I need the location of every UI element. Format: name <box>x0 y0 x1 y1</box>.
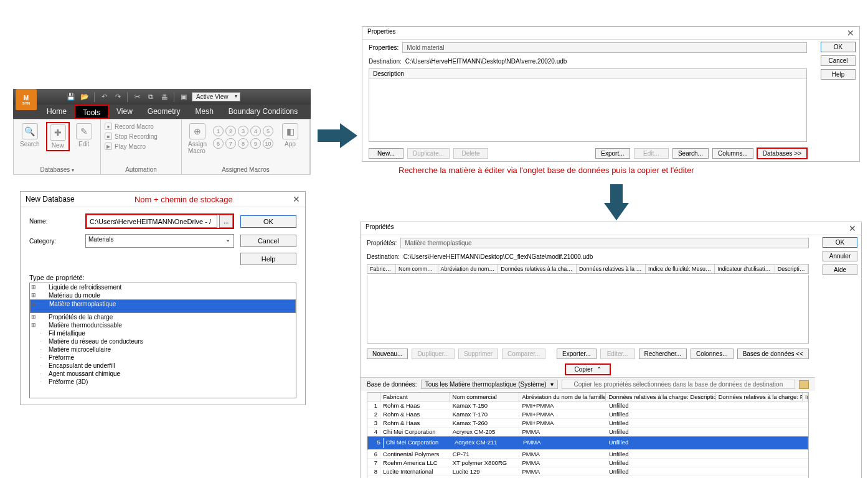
open-icon[interactable]: 📂 <box>79 91 90 103</box>
db-search-button[interactable]: 🔍Search <box>17 122 42 149</box>
databases-group-label[interactable]: Databases <box>40 166 73 173</box>
column-header[interactable]: Indice de fluidité: Mesure (g/10min) <box>646 265 715 273</box>
cancel-button[interactable]: Cancel <box>240 235 296 247</box>
properties-field[interactable]: Matière thermoplastique <box>400 238 809 248</box>
macro-slot-7[interactable]: 7 <box>225 138 236 149</box>
redo-icon[interactable]: ↷ <box>112 91 123 103</box>
app-button[interactable]: ◧App <box>280 122 301 149</box>
tab-view[interactable]: View <box>109 105 140 119</box>
tab-mesh[interactable]: Mesh <box>188 105 221 119</box>
column-header[interactable]: Abréviation du nom de la famille <box>519 393 606 401</box>
database-table[interactable]: FabricantNom commercialAbréviation du no… <box>367 392 809 478</box>
column-header[interactable]: Nom commercial <box>450 393 520 401</box>
macro-slot-1[interactable]: 1 <box>213 126 224 136</box>
tree-item[interactable]: Agent moussant chimique <box>30 370 296 378</box>
table-row[interactable]: 2Rohm & HaasKamax T-170PMI+PMMAUnfilled <box>367 410 808 419</box>
tree-item[interactable]: Fil métallique <box>30 329 296 337</box>
ok-button[interactable]: OK <box>240 215 296 228</box>
tab-home[interactable]: Home <box>39 105 74 119</box>
active-view-dropdown[interactable]: Active View <box>192 92 240 101</box>
column-header[interactable]: Données relatives à la charge: Descripti… <box>606 393 715 401</box>
assign-macro-button[interactable]: ⊕Assign Macro <box>186 122 209 156</box>
copy-icon[interactable]: ⧉ <box>145 91 156 103</box>
column-header[interactable]: Fabricant <box>367 265 396 273</box>
help-button[interactable]: Aide <box>823 265 857 275</box>
tree-item[interactable]: Liquide de refroidissement <box>30 283 296 291</box>
tree-item[interactable]: Propriétés de la charge <box>30 313 296 321</box>
database-select[interactable]: Tous les Matière thermoplastique (Systèm… <box>421 380 558 389</box>
db-new-button[interactable]: ✚New <box>46 122 70 151</box>
db-edit-button[interactable]: ✎Edit <box>73 122 95 149</box>
column-header[interactable] <box>367 393 380 401</box>
table-row[interactable]: 6Continental PolymersCP-71PMMAUnfilled <box>367 450 808 459</box>
close-icon[interactable]: ✕ <box>849 223 856 233</box>
tab-geometry[interactable]: Geometry <box>140 105 188 119</box>
macro-slot-6[interactable]: 6 <box>213 138 224 149</box>
tab-tools[interactable]: Tools <box>74 105 109 119</box>
table-row[interactable]: 7Roehm America LLCXT polymer X800RGPMMAU… <box>367 459 808 467</box>
tree-item[interactable]: Préforme <box>30 354 296 362</box>
ok-button[interactable]: OK <box>823 237 857 248</box>
export-button[interactable]: Exporter... <box>557 349 597 359</box>
databases-button[interactable]: Databases >> <box>757 148 807 159</box>
column-header[interactable]: Indice de fluidité: M <box>803 393 808 401</box>
cancel-button[interactable]: Cancel <box>821 55 856 66</box>
column-header[interactable]: Abréviation du nom de la famille <box>438 265 499 273</box>
properties-field[interactable]: Mold material <box>402 42 807 53</box>
table-row[interactable]: 1Rohm & HaasKamax T-150PMI+PMMAUnfilled <box>367 401 808 410</box>
search-button[interactable]: Search... <box>672 148 709 159</box>
export-button[interactable]: Export... <box>595 148 630 159</box>
save-icon[interactable]: 💾 <box>65 91 77 103</box>
table-row[interactable]: 4Chi Mei CorporationAcryrex CM-205PMMAUn… <box>367 428 808 436</box>
table-row[interactable]: 5Chi Mei CorporationAcryrex CM-211PMMAUn… <box>367 436 808 450</box>
macro-slot-2[interactable]: 2 <box>225 126 236 136</box>
tree-item[interactable]: Préforme (3D) <box>30 378 296 386</box>
tab-boundary[interactable]: Boundary Conditions <box>221 105 305 119</box>
column-header[interactable]: Description <box>775 265 808 273</box>
tree-item[interactable]: Matière microcellulaire <box>30 345 296 354</box>
new-button[interactable]: New... <box>369 148 403 159</box>
databases-button[interactable]: Bases de données << <box>737 349 809 359</box>
macro-slot-4[interactable]: 4 <box>250 126 261 136</box>
property-type-tree[interactable]: Liquide de refroidissementMatériau du mo… <box>29 283 296 398</box>
columns-button[interactable]: Colonnes... <box>691 349 734 359</box>
tree-item[interactable]: Encapsulant de underfill <box>30 362 296 370</box>
column-header[interactable]: Données relatives à la charge: Poids (%) <box>577 265 646 273</box>
copy-button[interactable]: Copier ⌃ <box>565 364 610 375</box>
tree-item[interactable]: Matière du réseau de conducteurs <box>30 337 296 345</box>
upper-grid-body[interactable] <box>367 275 809 344</box>
print-icon[interactable]: 🖶 <box>159 91 170 103</box>
category-select[interactable]: Materials <box>85 234 234 248</box>
new-button[interactable]: Nouveau... <box>367 349 408 359</box>
tree-item[interactable]: Matière thermoplastique <box>30 299 296 313</box>
cancel-button[interactable]: Annuler <box>823 251 857 261</box>
column-header[interactable]: Données relatives à la charge: Descripti… <box>498 265 577 273</box>
column-header[interactable]: Fabricant <box>380 393 450 401</box>
table-row[interactable]: 3Rohm & HaasKamax T-260PMI+PMMAUnfilled <box>367 419 808 428</box>
table-row[interactable]: 8Lucite InternationalLucite 129PMMAUnfil… <box>367 467 808 476</box>
cut-icon[interactable]: ✂ <box>131 91 143 103</box>
macro-slot-10[interactable]: 10 <box>263 138 273 149</box>
help-button[interactable]: Help <box>240 253 296 265</box>
play-macro-button[interactable]: ▶Play Macro <box>105 142 146 151</box>
description-grid[interactable]: Description <box>369 68 807 142</box>
window-icon[interactable]: ▣ <box>178 91 189 103</box>
folder-icon[interactable] <box>799 380 809 389</box>
tree-item[interactable]: Matière thermodurcissable <box>30 321 296 329</box>
close-icon[interactable]: ✕ <box>847 28 854 38</box>
help-button[interactable]: Help <box>821 69 856 80</box>
name-input[interactable] <box>87 215 217 228</box>
browse-button[interactable]: ... <box>219 215 233 228</box>
macro-slot-9[interactable]: 9 <box>250 138 261 149</box>
macro-slot-8[interactable]: 8 <box>238 138 248 149</box>
close-icon[interactable]: ✕ <box>293 194 300 204</box>
column-header[interactable]: Nom commercial <box>396 265 438 273</box>
columns-button[interactable]: Columns... <box>712 148 753 159</box>
undo-icon[interactable]: ↶ <box>98 91 110 103</box>
macro-slot-3[interactable]: 3 <box>238 126 248 136</box>
column-header[interactable]: Données relatives à la charge: Poids (%) <box>716 393 803 401</box>
record-macro-button[interactable]: ●Record Macro <box>105 122 154 131</box>
ok-button[interactable]: OK <box>821 42 856 52</box>
macro-slot-5[interactable]: 5 <box>263 126 273 136</box>
column-header[interactable]: Indicateur d'utilisation de l'énergie <box>715 265 775 273</box>
